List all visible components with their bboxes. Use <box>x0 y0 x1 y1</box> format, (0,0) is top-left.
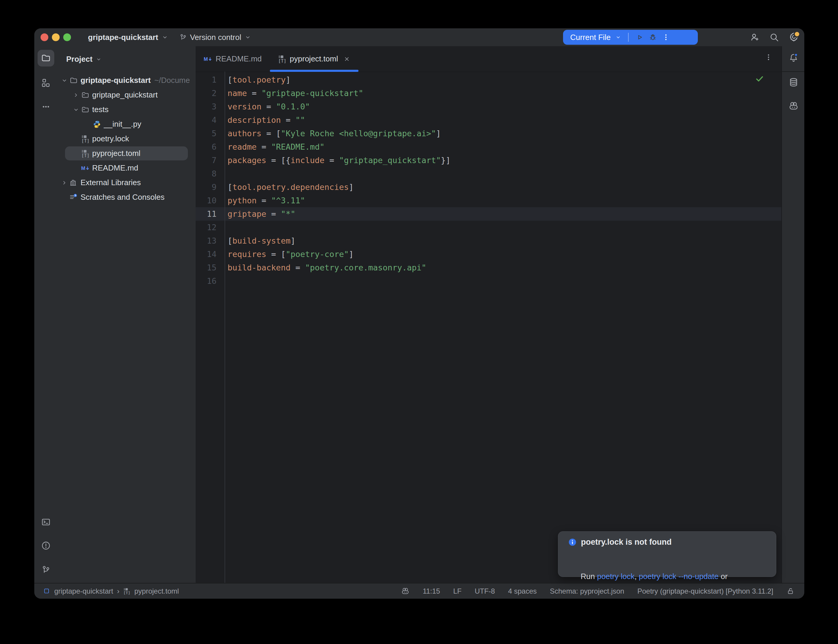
line-number[interactable]: 2 <box>196 87 225 100</box>
tab-readme[interactable]: M README.md <box>196 46 270 72</box>
line-number[interactable]: 8 <box>196 167 225 181</box>
vcs-widget[interactable]: Version control <box>179 28 251 46</box>
code-line-13[interactable]: 13[build-system] <box>196 234 781 248</box>
code-line-16[interactable]: 16 <box>196 274 781 288</box>
toml-icon: [T] <box>81 150 89 158</box>
chevron-right-icon[interactable] <box>59 179 69 186</box>
chevron-down-icon[interactable] <box>71 106 81 113</box>
line-number[interactable]: 11 <box>196 207 225 221</box>
tree-item-label: Scratches and Consoles <box>81 192 164 202</box>
line-number[interactable]: 9 <box>196 181 225 194</box>
zoom-window-button[interactable] <box>63 33 71 41</box>
code-line-8[interactable]: 8 <box>196 167 781 181</box>
tree-item-external-libraries[interactable]: External Libraries <box>58 175 196 190</box>
tab-pyproject[interactable]: [T] pyproject.toml <box>270 46 359 72</box>
line-number[interactable]: 4 <box>196 113 225 127</box>
project-panel-title: Project <box>66 54 92 64</box>
code-line-12[interactable]: 12 <box>196 221 781 234</box>
line-number[interactable]: 12 <box>196 221 225 234</box>
left-tool-stripe <box>34 46 58 583</box>
tree-item--init-py[interactable]: __init__.py <box>58 117 196 131</box>
debug-button-icon[interactable] <box>648 33 657 42</box>
encoding[interactable]: UTF-8 <box>475 587 495 595</box>
markdown-icon: M <box>81 164 89 172</box>
more-run-options-icon[interactable] <box>661 33 670 42</box>
line-number[interactable]: 10 <box>196 194 225 207</box>
project-selector[interactable]: griptape-quickstart <box>88 28 169 46</box>
add-user-icon[interactable] <box>750 33 760 42</box>
traffic-lights <box>41 33 71 41</box>
code-editor[interactable]: 1[tool.poetry]2name = "griptape-quicksta… <box>196 72 781 583</box>
tree-item-griptape-quickstart[interactable]: griptape_quickstart <box>58 88 196 102</box>
editor-area: M README.md [T] pyproject.toml 1[tool.po… <box>196 46 781 583</box>
line-number[interactable]: 13 <box>196 234 225 248</box>
line-number[interactable]: 16 <box>196 274 225 288</box>
line-number[interactable]: 3 <box>196 100 225 113</box>
problems-tool-button[interactable] <box>38 537 54 554</box>
tree-item-scratches-and-consoles[interactable]: Scratches and Consoles <box>58 190 196 205</box>
breadcrumb-project[interactable]: griptape-quickstart <box>54 587 113 595</box>
svg-text:[T]: [T] <box>123 590 130 595</box>
code-line-text: [build-system] <box>225 234 296 248</box>
terminal-tool-button[interactable] <box>38 514 54 531</box>
code-line-9[interactable]: 9[tool.poetry.dependencies] <box>196 181 781 194</box>
project-panel: Project griptape-quickstart~/Documegript… <box>58 46 196 583</box>
more-tool-windows-button[interactable] <box>38 99 54 115</box>
search-icon[interactable] <box>769 33 779 42</box>
tree-item-readme-md[interactable]: MREADME.md <box>58 161 196 175</box>
code-line-4[interactable]: 4description = "" <box>196 113 781 127</box>
tab-label: README.md <box>215 54 262 64</box>
chevron-down-icon[interactable] <box>59 77 69 84</box>
chevron-down-icon[interactable] <box>615 34 621 41</box>
code-line-5[interactable]: 5authors = ["Kyle Roche <hello@griptape.… <box>196 127 781 140</box>
line-number[interactable]: 5 <box>196 127 225 140</box>
line-number[interactable]: 1 <box>196 73 225 87</box>
project-selector-label: griptape-quickstart <box>88 33 158 42</box>
minimize-window-button[interactable] <box>52 33 60 41</box>
code-line-6[interactable]: 6readme = "README.md" <box>196 140 781 154</box>
close-tab-icon[interactable] <box>343 56 350 62</box>
tree-item-tests[interactable]: tests <box>58 102 196 117</box>
chevron-right-icon[interactable] <box>71 92 81 99</box>
run-config-selector[interactable]: Current File <box>570 33 611 42</box>
settings-gear-icon[interactable] <box>789 32 799 42</box>
code-line-11[interactable]: 11griptape = "*" <box>196 207 781 221</box>
structure-tool-button[interactable] <box>38 74 54 91</box>
code-line-text: readme = "README.md" <box>225 140 324 154</box>
code-line-14[interactable]: 14requires = ["poetry-core"] <box>196 248 781 261</box>
code-line-10[interactable]: 10python = "^3.11" <box>196 194 781 207</box>
tree-item-griptape-quickstart[interactable]: griptape-quickstart~/Docume <box>58 73 196 88</box>
ai-assistant-tool-icon[interactable] <box>789 101 799 111</box>
line-number[interactable]: 7 <box>196 154 225 167</box>
ai-status-icon[interactable] <box>401 587 409 595</box>
line-number[interactable]: 15 <box>196 261 225 274</box>
code-line-2[interactable]: 2name = "griptape-quickstart" <box>196 87 781 100</box>
code-line-3[interactable]: 3version = "0.1.0" <box>196 100 781 113</box>
tree-item-pyproject-toml[interactable]: [T]pyproject.toml <box>58 146 196 161</box>
caret-position[interactable]: 11:15 <box>422 587 440 595</box>
poetry-lock-no-update-link[interactable]: poetry lock --no-update <box>639 572 718 581</box>
poetry-lock-link[interactable]: poetry lock <box>597 572 634 581</box>
tree-item-poetry-lock[interactable]: [T]poetry.lock <box>58 131 196 146</box>
notifications-bell-icon[interactable] <box>789 53 799 63</box>
line-number[interactable]: 6 <box>196 140 225 154</box>
close-window-button[interactable] <box>41 33 48 41</box>
run-button-icon[interactable] <box>635 33 644 42</box>
breadcrumb-file[interactable]: pyproject.toml <box>134 587 179 595</box>
project-tool-button[interactable] <box>38 50 54 66</box>
code-line-7[interactable]: 7packages = [{include = "griptape_quicks… <box>196 154 781 167</box>
toml-file-icon: [T] <box>278 55 286 63</box>
code-line-15[interactable]: 15build-backend = "poetry.core.masonry.a… <box>196 261 781 274</box>
database-tool-icon[interactable] <box>789 77 799 87</box>
tree-item-label: README.md <box>92 163 138 172</box>
vcs-tool-button[interactable] <box>38 562 54 578</box>
python-icon <box>93 120 101 128</box>
code-line-1[interactable]: 1[tool.poetry] <box>196 73 781 87</box>
lock-open-icon[interactable] <box>786 587 795 595</box>
editor-more-icon[interactable] <box>764 53 773 62</box>
indent-style[interactable]: 4 spaces <box>508 587 537 595</box>
line-number[interactable]: 14 <box>196 248 225 261</box>
code-line-text: python = "^3.11" <box>225 194 305 207</box>
line-ending[interactable]: LF <box>453 587 462 595</box>
project-panel-header[interactable]: Project <box>66 54 102 64</box>
